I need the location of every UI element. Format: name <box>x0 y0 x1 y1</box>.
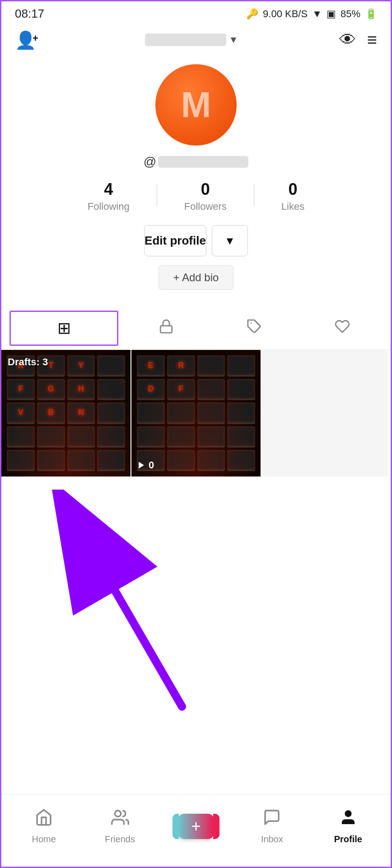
tab-tagged[interactable] <box>210 311 298 346</box>
signal-icon: ▣ <box>327 8 336 20</box>
bottom-nav: Home Friends + Inbox <box>1 794 391 867</box>
svg-line-2 <box>255 321 259 325</box>
username-handle: @ <box>144 155 248 169</box>
tab-grid[interactable]: ⊞ <box>9 311 118 346</box>
likes-label: Likes <box>281 201 304 212</box>
svg-point-7 <box>345 811 351 816</box>
eye-icon[interactable]: 👁 <box>339 30 356 50</box>
tab-private[interactable] <box>122 311 210 346</box>
key-icon: 🔑 <box>246 8 258 20</box>
grid-item-1[interactable]: RTY FGH VBN Drafts: 3 <box>1 350 131 476</box>
plus-icon: + <box>191 817 201 836</box>
lock-icon <box>159 319 174 338</box>
top-nav: 👤+ ▾ 👁 ≡ <box>1 24 391 55</box>
likes-count: 0 <box>289 180 298 199</box>
friends-icon <box>111 808 129 830</box>
network-speed: 9.00 KB/S <box>263 8 308 20</box>
grid-item-3[interactable] <box>261 350 388 476</box>
avatar-letter: M <box>181 84 211 126</box>
heart-icon <box>335 319 350 338</box>
home-icon <box>35 808 53 830</box>
followers-count: 0 <box>201 180 210 199</box>
create-button[interactable]: + <box>178 814 214 839</box>
inbox-icon <box>263 808 281 830</box>
stats-row: 4 Following 0 Followers 0 Likes <box>61 180 331 212</box>
svg-line-5 <box>83 535 182 707</box>
battery-icon: 🔋 <box>365 8 377 20</box>
friends-label: Friends <box>105 834 135 844</box>
nav-home[interactable]: Home <box>17 808 71 844</box>
battery-percent: 85% <box>341 8 360 20</box>
edit-profile-row: Edit profile ▼ <box>131 225 261 256</box>
username-dropdown[interactable]: ▾ <box>145 33 236 46</box>
grid-item-2[interactable]: ER DF 0 <box>131 350 261 476</box>
dropdown-arrow-icon: ▼ <box>224 235 235 247</box>
drafts-label: Drafts: 3 <box>8 356 48 368</box>
play-badge: 0 <box>137 459 154 471</box>
chevron-down-icon: ▾ <box>231 34 236 46</box>
at-symbol: @ <box>144 155 156 169</box>
handle-blurred <box>158 156 248 168</box>
nav-friends[interactable]: Friends <box>93 808 147 844</box>
grid-icon: ⊞ <box>57 319 71 338</box>
stat-following[interactable]: 4 Following <box>61 180 157 212</box>
profile-options-dropdown-button[interactable]: ▼ <box>212 225 248 256</box>
nav-profile[interactable]: Profile <box>321 808 375 844</box>
tag-icon <box>247 319 262 338</box>
edit-profile-button[interactable]: Edit profile <box>144 225 206 256</box>
status-bar: 08:17 🔑 9.00 KB/S ▼ ▣ 85% 🔋 <box>1 1 391 24</box>
home-label: Home <box>32 834 56 844</box>
hamburger-menu-icon[interactable]: ≡ <box>367 30 377 50</box>
stat-followers[interactable]: 0 Followers <box>157 180 254 212</box>
profile-label: Profile <box>334 834 362 844</box>
nav-create[interactable]: + <box>169 814 223 839</box>
arrow-annotation <box>37 490 218 717</box>
svg-point-6 <box>115 811 121 816</box>
add-bio-button[interactable]: + Add bio <box>159 265 234 290</box>
add-bio-section: + Add bio <box>159 265 234 290</box>
wifi-icon: ▼ <box>312 8 322 20</box>
following-count: 4 <box>104 180 113 199</box>
add-user-button[interactable]: 👤+ <box>15 29 42 51</box>
content-grid: RTY FGH VBN Drafts: 3 ER DF <box>1 350 391 476</box>
avatar-section: M @ 4 Following 0 Followers 0 Likes Edit… <box>1 55 391 307</box>
nav-inbox[interactable]: Inbox <box>245 808 299 844</box>
avatar[interactable]: M <box>155 64 237 146</box>
svg-marker-3 <box>139 462 144 469</box>
stat-likes[interactable]: 0 Likes <box>254 180 331 212</box>
time: 08:17 <box>15 7 44 21</box>
inbox-label: Inbox <box>261 834 283 844</box>
profile-icon <box>339 808 357 830</box>
play-count: 0 <box>149 459 154 471</box>
username-blurred <box>145 33 226 46</box>
following-label: Following <box>88 201 130 212</box>
tab-liked[interactable] <box>298 311 386 346</box>
followers-label: Followers <box>184 201 227 212</box>
tab-row: ⊞ <box>1 307 391 350</box>
svg-rect-0 <box>160 326 172 333</box>
